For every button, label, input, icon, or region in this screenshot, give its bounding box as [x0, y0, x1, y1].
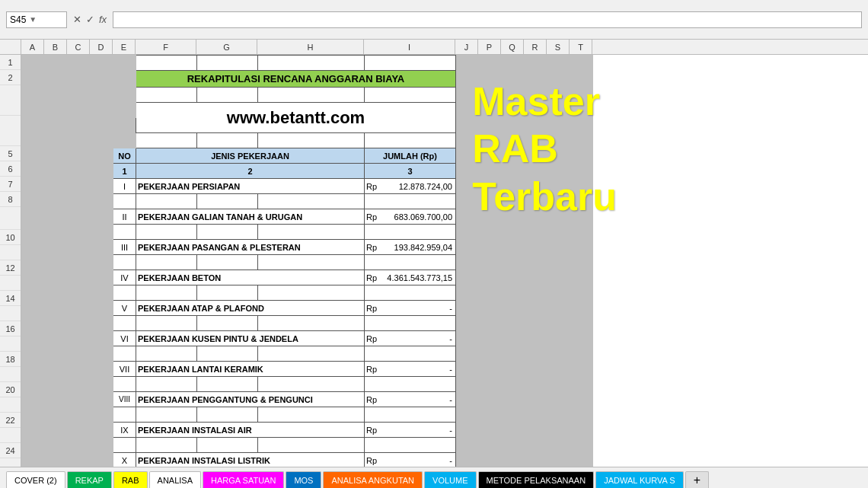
tab-metode[interactable]: METODE PELAKSANAAN	[478, 471, 595, 488]
col-header-B[interactable]: B	[44, 40, 67, 54]
header-jumlah: JUMLAH (Rp)	[365, 148, 456, 164]
name-box[interactable]: S45 ▼	[6, 11, 67, 28]
row-9[interactable]	[0, 207, 21, 230]
row-14[interactable]: 14	[0, 291, 21, 306]
row-16[interactable]: 16	[0, 321, 21, 336]
column-headers: A B C D E F G H I J P Q R S T	[0, 40, 868, 55]
row-1[interactable]: 1	[0, 55, 21, 70]
row-12[interactable]: 12	[0, 260, 21, 276]
table-row: VII PEKERJAAN LANTAI KERAMIK Rp-	[22, 362, 593, 377]
spreadsheet-table: REKAPITULASI RENCANA ANGGARAN BIAYA www.…	[21, 55, 593, 467]
col-header-Q[interactable]: Q	[501, 40, 524, 54]
row-13[interactable]	[0, 276, 21, 291]
row-18[interactable]: 18	[0, 352, 21, 367]
tab-rab-label: RAB	[122, 476, 139, 485]
row-10[interactable]: 10	[0, 230, 21, 245]
row-5[interactable]: 5	[0, 146, 21, 161]
tab-analisa-angkutan[interactable]: ANALISA ANGKUTAN	[323, 471, 423, 488]
table-row-spacer	[22, 377, 593, 392]
table-row: II PEKERJAAN GALIAN TANAH & URUGAN Rp683…	[22, 209, 593, 225]
row-23[interactable]	[0, 428, 21, 443]
table-row: X PEKERJAAN INSTALASI LISTRIK Rp-	[22, 453, 593, 467]
col-header-A[interactable]: A	[21, 40, 44, 54]
table-row-spacer	[22, 194, 593, 209]
table-row-spacer	[22, 255, 593, 270]
function-icon[interactable]: fx	[99, 14, 107, 25]
col-header-I[interactable]: I	[364, 40, 455, 54]
tab-rekap-label: REKAP	[75, 476, 104, 485]
tab-volume[interactable]: VOLUME	[424, 471, 476, 488]
col-header-J[interactable]: J	[455, 40, 478, 54]
header-jenis: JENIS PEKERJAAN	[136, 148, 365, 164]
tab-harga-satuan[interactable]: HARGA SATUAN	[203, 471, 284, 488]
table-row-spacer	[22, 407, 593, 423]
col-header-H[interactable]: H	[257, 40, 364, 54]
table-row: V PEKERJAAN ATAP & PLAFOND Rp-	[22, 301, 593, 316]
table-row-spacer	[22, 285, 593, 301]
col-header-C[interactable]: C	[67, 40, 90, 54]
table-row: VI PEKERJAAN KUSEN PINTU & JENDELA Rp-	[22, 331, 593, 346]
col-num-2: 2	[136, 164, 365, 179]
tab-jadwal[interactable]: JADWAL KURVA S	[595, 471, 684, 488]
row-20[interactable]: 20	[0, 382, 21, 397]
formula-bar-icons: ✕ ✓ fx	[73, 14, 107, 25]
row-17[interactable]	[0, 336, 21, 352]
col-header-P[interactable]: P	[478, 40, 501, 54]
col-header-R[interactable]: R	[524, 40, 547, 54]
col-header-T[interactable]: T	[570, 40, 592, 54]
col-header-G[interactable]: G	[196, 40, 257, 54]
col-header-S[interactable]: S	[547, 40, 570, 54]
website-cell: www.betantt.com	[136, 103, 456, 133]
col-header-E[interactable]: E	[113, 40, 136, 54]
excel-topbar: S45 ▼ ✕ ✓ fx	[0, 0, 868, 40]
add-sheet-button[interactable]: +	[685, 471, 709, 488]
confirm-icon[interactable]: ✓	[86, 14, 94, 25]
row-19[interactable]	[0, 367, 21, 382]
title-cell: REKAPITULASI RENCANA ANGGARAN BIAYA	[136, 71, 456, 88]
tab-harga-satuan-label: HARGA SATUAN	[211, 476, 276, 485]
tab-analisa-angkutan-label: ANALISA ANGKUTAN	[331, 476, 414, 485]
row-numbers: 1 2 5 6 7 8 10 12 14 16 18 20 22 24 26 2…	[0, 55, 21, 467]
col-num-3: 3	[365, 164, 456, 179]
row-21[interactable]	[0, 397, 21, 413]
tab-analisa[interactable]: ANALISA	[149, 471, 201, 488]
corner-cell	[0, 40, 21, 54]
name-box-value: S45	[10, 14, 26, 25]
row-3[interactable]	[0, 85, 21, 116]
tab-analisa-label: ANALISA	[158, 476, 193, 485]
table-row: I PEKERJAAN PERSIAPAN Rp12.878.724,00	[22, 179, 593, 194]
table-row: VIII PEKERJAAN PENGGANTUNG & PENGUNCI Rp…	[22, 392, 593, 407]
row-22[interactable]: 22	[0, 413, 21, 428]
row-4[interactable]	[0, 116, 21, 146]
tab-rekap[interactable]: REKAP	[67, 471, 112, 488]
row-11[interactable]	[0, 245, 21, 260]
table-row: IV PEKERJAAN BETON Rp4.361.543.773,15	[22, 270, 593, 285]
table-row: III PEKERJAAN PASANGAN & PLESTERAN Rp193…	[22, 240, 593, 255]
tab-metode-label: METODE PELAKSANAAN	[487, 476, 586, 485]
spreadsheet-area: 1 2 5 6 7 8 10 12 14 16 18 20 22 24 26 2…	[0, 55, 868, 467]
tab-bar: COVER (2) REKAP RAB ANALISA HARGA SATUAN…	[0, 467, 868, 488]
col-header-F[interactable]: F	[136, 40, 196, 54]
table-row-spacer	[22, 225, 593, 240]
row-8[interactable]: 8	[0, 192, 21, 207]
tab-mos[interactable]: MOS	[286, 471, 321, 488]
row-6[interactable]: 6	[0, 161, 21, 177]
col-num-1: 1	[113, 164, 136, 179]
tab-rab[interactable]: RAB	[113, 471, 148, 488]
formula-bar[interactable]	[113, 11, 862, 28]
table-row-spacer	[22, 316, 593, 331]
row-15[interactable]	[0, 306, 21, 321]
row-2[interactable]: 2	[0, 70, 21, 85]
cancel-icon[interactable]: ✕	[73, 14, 81, 25]
col-header-D[interactable]: D	[90, 40, 113, 54]
tab-cover-label: COVER (2)	[14, 476, 57, 485]
table-row-spacer	[22, 438, 593, 453]
tab-cover[interactable]: COVER (2)	[6, 471, 65, 488]
row-25[interactable]	[0, 458, 21, 467]
row-7[interactable]: 7	[0, 177, 21, 192]
table-row-spacer	[22, 346, 593, 362]
tab-volume-label: VOLUME	[432, 476, 468, 485]
row-24[interactable]: 24	[0, 443, 21, 458]
tab-jadwal-label: JADWAL KURVA S	[604, 476, 675, 485]
grid-content[interactable]: REKAPITULASI RENCANA ANGGARAN BIAYA www.…	[21, 55, 868, 467]
